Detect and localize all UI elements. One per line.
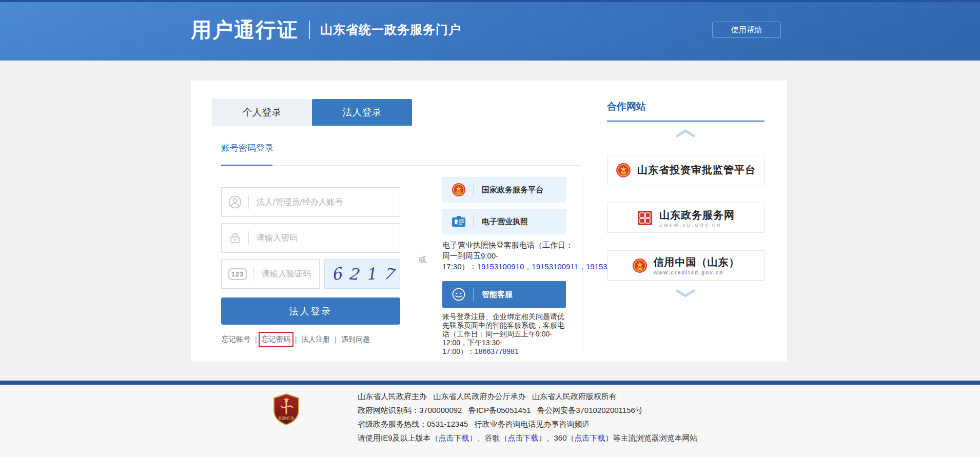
partner-card-creditsd[interactable]: 信用中国（山东） www.creditsd.gov.cn — [607, 250, 765, 281]
link-divider: | — [255, 335, 257, 344]
field-divider — [248, 195, 249, 209]
header: 用户通行证 山东省统一政务服务门户 使用帮助 — [0, 0, 980, 61]
captcha-input[interactable] — [261, 269, 319, 279]
e-license-button[interactable]: 电子营业执照 — [442, 209, 566, 234]
footer-text: 山东省人民政府主办 山东省人民政府办公厅承办 山东省人民政府版权所有 政府网站识… — [358, 389, 698, 445]
button-divider — [473, 183, 474, 196]
tab-personal-login[interactable]: 个人登录 — [212, 99, 312, 126]
forgot-account-link[interactable]: 忘记账号 — [222, 335, 250, 344]
login-tabs: 个人登录 法人登录 — [212, 99, 412, 126]
partner-card-name: 山东省投资审批监管平台 — [637, 163, 756, 177]
legal-login-button[interactable]: 法人登录 — [221, 297, 400, 325]
link-divider: | — [335, 335, 337, 344]
header-top-strip — [0, 0, 980, 2]
e-license-note-prefix: 17:30）： — [442, 262, 477, 271]
brand: 用户通行证 山东省统一政务服务门户 — [191, 15, 461, 44]
lock-icon — [228, 231, 242, 245]
password-input[interactable] — [256, 233, 400, 243]
chevron-down-icon[interactable] — [675, 289, 696, 298]
captcha-digit: 7 — [382, 264, 395, 284]
smart-note-prefix: 17:00）： — [442, 347, 475, 355]
e-license-note-line: 17:30）：19153100910，19153100911，19153100 — [442, 261, 612, 272]
button-divider — [473, 215, 474, 228]
password-field[interactable] — [221, 223, 400, 253]
smart-service-note: 账号登录注册、企业绑定相关问题请优 先联系页面中的智能客服系统，客服电 话（工作… — [442, 312, 577, 356]
captcha-digit: 2 — [347, 264, 359, 284]
brand-divider — [309, 21, 310, 39]
link-divider: | — [295, 335, 297, 344]
footer-line-4: 请使用IE9及以上版本（点击下载）、谷歌（点击下载）、360（点击下载）等主流浏… — [358, 431, 698, 445]
footer-line-3: 省级政务服务热线：0531-12345 行政业务咨询电话见办事咨询频道 — [358, 417, 698, 431]
smart-note-line: 17:00）：18663778981 — [442, 347, 577, 356]
e-license-phone-numbers[interactable]: 19153100910，19153100911，19153100 — [477, 262, 612, 271]
login-panel: 个人登录 法人登录 账号密码登录 — [191, 81, 787, 362]
e-license-icon — [452, 215, 466, 228]
smart-note-line: 先联系页面中的智能客服系统，客服电 — [442, 321, 577, 330]
field-divider — [248, 231, 249, 245]
download-ie-link[interactable]: 点击下载 — [439, 433, 469, 442]
tab-legal-login[interactable]: 法人登录 — [312, 99, 412, 126]
party-government-badge-icon: 党政机关 — [272, 393, 301, 426]
national-emblem-icon — [452, 183, 466, 197]
national-platform-button[interactable]: 国家政务服务平台 — [442, 177, 566, 203]
download-chrome-link[interactable]: 点击下载 — [508, 433, 539, 442]
forgot-password-link[interactable]: 忘记密码 — [262, 335, 290, 344]
partner-card-investment-platform[interactable]: 山东省投资审批监管平台 — [607, 155, 765, 185]
captcha-image[interactable]: 6 2 1 7 — [324, 259, 400, 289]
smart-note-line: 12:00，下午13:30- — [442, 339, 577, 347]
partner-card-name: 山东政务服务网 — [659, 208, 735, 222]
footer-line-1: 山东省人民政府主办 山东省人民政府办公厅承办 山东省人民政府版权所有 — [358, 389, 698, 403]
red-seal-icon — [637, 210, 653, 226]
e-license-note-line: 周一到周五9:00- — [442, 250, 612, 261]
footer-line-4-text: ）、360（ — [539, 433, 575, 442]
partner-sites-title: 合作网站 — [607, 100, 646, 113]
account-input[interactable] — [256, 197, 400, 207]
captcha-digit: 6 — [330, 264, 343, 284]
partner-card-text: 信用中国（山东） www.creditsd.gov.cn — [654, 255, 740, 275]
download-360-link[interactable]: 点击下载 — [575, 433, 605, 442]
field-divider — [253, 267, 254, 281]
account-password-login-title[interactable]: 账号密码登录 — [221, 142, 273, 154]
captcha-digit: 1 — [365, 264, 377, 284]
smart-service-button[interactable]: 智能客服 — [442, 281, 566, 308]
helper-links: 忘记账号 | 忘记密码 | 法人注册 | 遇到问题 — [222, 335, 370, 344]
footer-line-4-text: ）等主流浏览器浏览本网站 — [605, 433, 698, 442]
smart-note-line: 话（工作日：周一到周五上午9:00- — [442, 330, 577, 339]
footer: 党政机关 山东省人民政府主办 山东省人民政府办公厅承办 山东省人民政府版权所有 … — [0, 385, 980, 457]
smart-note-line: 账号登录注册、企业绑定相关问题请优 — [442, 312, 577, 321]
page-subtitle: 山东省统一政务服务门户 — [320, 22, 461, 38]
user-icon — [228, 195, 242, 209]
partner-card-subtitle: www.creditsd.gov.cn — [654, 270, 724, 275]
partner-card-zwfw[interactable]: 山东政务服务网 ZWFW.SD.GOV.CN — [607, 203, 765, 233]
partner-card-text: 山东政务服务网 ZWFW.SD.GOV.CN — [659, 208, 735, 228]
chevron-up-icon[interactable] — [675, 129, 696, 138]
footer-line-4-text: 请使用IE9及以上版本（ — [358, 433, 439, 442]
national-platform-label: 国家政务服务平台 — [482, 185, 543, 195]
badge-label: 党政机关 — [278, 416, 295, 421]
e-license-label: 电子营业执照 — [482, 217, 528, 227]
help-button[interactable]: 使用帮助 — [712, 22, 781, 38]
national-emblem-icon — [632, 258, 648, 273]
footer-line-4-text: ）、谷歌（ — [469, 433, 508, 442]
captcha-field[interactable]: 123 — [221, 259, 320, 289]
partner-title-underline — [607, 121, 765, 122]
national-emblem-icon — [616, 163, 631, 178]
partner-card-subtitle: ZWFW.SD.GOV.CN — [659, 223, 722, 228]
partner-card-text: 山东省投资审批监管平台 — [637, 163, 756, 177]
footer-line-2: 政府网站识别码：3700000092 鲁ICP备05051451 鲁公网安备37… — [358, 403, 698, 417]
smart-service-phone[interactable]: 18663778981 — [475, 347, 519, 355]
section-divider — [221, 165, 580, 166]
captcha-123-icon: 123 — [228, 268, 247, 280]
footer-divider-bar — [0, 381, 980, 385]
e-license-note-line: 电子营业执照快登客服电话（工作日： — [442, 240, 612, 250]
smart-service-label: 智能客服 — [482, 290, 513, 300]
legal-register-link[interactable]: 法人注册 — [301, 335, 330, 344]
problem-link[interactable]: 遇到问题 — [341, 335, 370, 344]
or-separator: 或 — [416, 252, 428, 268]
account-field[interactable] — [221, 187, 400, 217]
robot-customer-service-icon — [452, 287, 466, 302]
e-license-note: 电子营业执照快登客服电话（工作日： 周一到周五9:00- 17:30）：1915… — [442, 240, 612, 275]
partner-card-name: 信用中国（山东） — [654, 255, 740, 269]
section-active-underline — [221, 165, 272, 166]
page: 用户通行证 山东省统一政务服务门户 使用帮助 个人登录 法人登录 账号密码登录 — [0, 0, 980, 457]
